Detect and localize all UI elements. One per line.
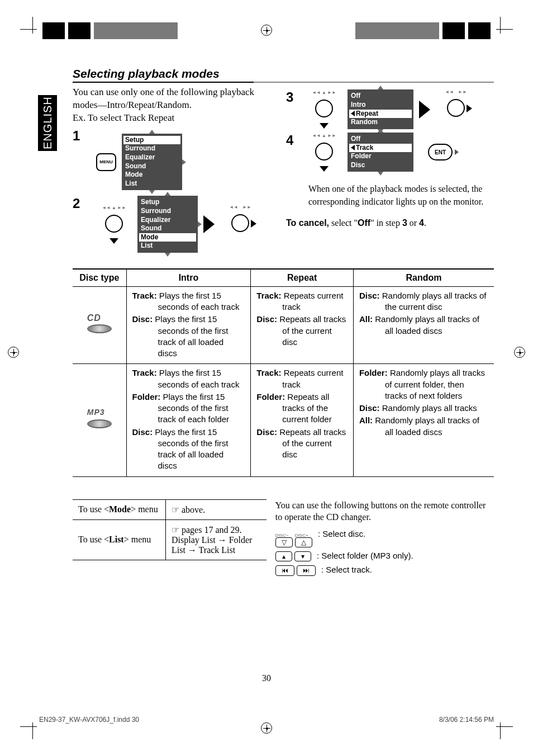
- dpad-control[interactable]: ◄◄ ►►: [220, 205, 260, 244]
- right-arrow-icon: [467, 105, 472, 112]
- ref-right: ☞ pages 17 and 29. Display List → Folder…: [165, 519, 266, 560]
- example-line: Ex. To select Track Repeat: [73, 112, 280, 125]
- down-arrow-icon: [110, 238, 118, 244]
- menu-step2: Setup Surround Equalizer Sound Mode List: [137, 196, 198, 253]
- crop-mark: [20, 722, 37, 739]
- table-row: CD Track: Plays the first 15 seconds of …: [73, 286, 494, 364]
- dpad-control[interactable]: ◄◄ ▲ ►►: [304, 90, 344, 129]
- remote-button[interactable]: ⏭: [297, 565, 316, 575]
- mp3-disc-icon: MP3: [84, 409, 115, 428]
- menu-item-selected: Setup: [123, 136, 180, 145]
- menu-step3: Off Intro Repeat Random: [348, 89, 413, 129]
- cd-disc-icon: CD: [84, 314, 115, 333]
- dpad-control[interactable]: ◄◄ ▲ ►►: [304, 133, 344, 172]
- menu-item-selected: Repeat: [349, 110, 412, 119]
- registration-mark-icon: [261, 722, 272, 734]
- step-4-number: 4: [286, 133, 299, 148]
- table-header: Disc type: [73, 269, 126, 287]
- right-arrow-icon: [251, 220, 256, 228]
- menu-step1: Setup Surround Equalizer Sound Mode List: [122, 134, 182, 191]
- ref-left: To use <List> menu: [73, 519, 165, 560]
- menu-item-selected: Mode: [139, 233, 196, 242]
- dpad-control[interactable]: ◄◄ ▲ ►►: [94, 205, 134, 244]
- table-header: Random: [353, 269, 494, 287]
- ref-right: ☞ above.: [165, 499, 266, 519]
- remote-intro: You can use the following buttons on the…: [275, 499, 494, 523]
- playback-mode-table: Disc type Intro Repeat Random CD Track: [73, 268, 494, 477]
- intro-paragraph: You can use only one of the following pl…: [73, 86, 280, 112]
- down-arrow-icon: [320, 166, 329, 172]
- step-2-number: 2: [73, 196, 86, 211]
- remote-line-disc: DISC−▽ DISC+△ : Select disc.: [275, 529, 494, 547]
- arrow-right-icon: [419, 101, 430, 119]
- table-row: To use <List> menu ☞ pages 17 and 29. Di…: [73, 519, 266, 560]
- crop-mark: [496, 722, 513, 739]
- footer: EN29-37_KW-AVX706J_f.indd 30 8/3/06 2:14…: [39, 716, 494, 724]
- footer-left: EN29-37_KW-AVX706J_f.indd 30: [39, 716, 139, 724]
- ent-button[interactable]: ENT: [428, 144, 453, 160]
- menu-item-selected: Track: [349, 144, 412, 153]
- crop-mark: [20, 17, 37, 34]
- table-row: MP3 Track: Plays the first 15 seconds of…: [73, 364, 494, 476]
- step-3-number: 3: [286, 89, 299, 105]
- remote-button[interactable]: △: [295, 537, 312, 547]
- play-icon: [455, 149, 459, 155]
- menu-button[interactable]: MENU: [96, 153, 116, 171]
- cancel-instruction: To cancel, select "Off" in step 3 or 4.: [286, 218, 494, 228]
- page-number: 30: [0, 673, 533, 683]
- step-1-number: 1: [73, 128, 86, 144]
- table-row: To use <Mode> menu ☞ above.: [73, 499, 266, 519]
- registration-mark-icon: [8, 347, 19, 358]
- remote-button[interactable]: ⏮: [275, 565, 294, 575]
- menu-step4: Off Track Folder Disc: [348, 133, 413, 172]
- registration-mark-icon: [261, 25, 272, 36]
- table-header: Intro: [126, 269, 251, 287]
- remote-button[interactable]: ▴: [275, 551, 292, 561]
- remote-line-track: ⏮ ⏭ : Select track.: [275, 565, 494, 575]
- reference-table: To use <Mode> menu ☞ above. To use <List…: [73, 499, 266, 560]
- section-title: Selecting playback modes: [73, 67, 494, 83]
- language-tab: ENGLISH: [38, 95, 57, 151]
- remote-line-folder: ▴ ▾ : Select folder (MP3 only).: [275, 551, 494, 561]
- registration-mark-icon: [514, 347, 525, 358]
- crop-mark: [496, 17, 513, 34]
- down-arrow-icon: [320, 123, 329, 129]
- remote-button[interactable]: ▽: [275, 537, 293, 547]
- arrow-right-icon: [203, 215, 215, 233]
- footer-right: 8/3/06 2:14:56 PM: [439, 716, 494, 724]
- remote-button[interactable]: ▾: [294, 551, 311, 561]
- dpad-control[interactable]: ◄◄ ►►: [436, 89, 476, 129]
- table-header: Repeat: [251, 269, 354, 287]
- note-text: When one of the playback modes is select…: [308, 183, 494, 208]
- ref-left: To use <Mode> menu: [73, 499, 165, 519]
